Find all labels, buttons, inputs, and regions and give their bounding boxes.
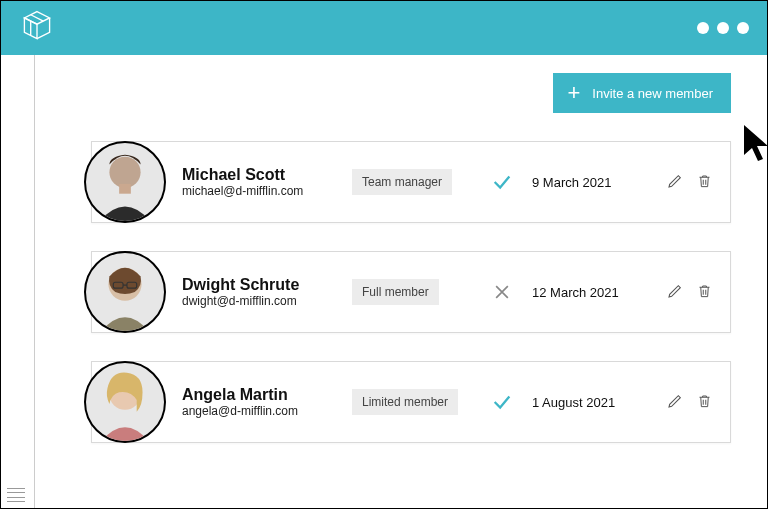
trash-icon: [697, 173, 712, 189]
status-check-icon: [472, 171, 532, 193]
edit-button[interactable]: [665, 171, 685, 194]
member-row: Angela Martin angela@d-mifflin.com Limit…: [91, 361, 731, 443]
window-controls[interactable]: [697, 22, 749, 34]
sidebar: [1, 55, 35, 508]
member-date: 9 March 2021: [532, 175, 642, 190]
invite-member-button[interactable]: + Invite a new member: [553, 73, 731, 113]
member-list: Michael Scott michael@d-mifflin.com Team…: [91, 141, 731, 443]
delete-button[interactable]: [695, 171, 714, 194]
menu-icon[interactable]: [7, 488, 25, 502]
plus-icon: +: [567, 82, 580, 104]
window-dot-icon[interactable]: [717, 22, 729, 34]
role-badge: Full member: [352, 279, 439, 305]
member-name: Michael Scott: [182, 166, 352, 184]
member-date: 12 March 2021: [532, 285, 642, 300]
edit-button[interactable]: [665, 281, 685, 304]
member-email: michael@d-mifflin.com: [182, 184, 352, 198]
role-badge: Team manager: [352, 169, 452, 195]
avatar: [84, 141, 166, 223]
cursor-icon: [741, 123, 768, 163]
pencil-icon: [667, 283, 683, 299]
edit-button[interactable]: [665, 391, 685, 414]
trash-icon: [697, 393, 712, 409]
svg-point-0: [109, 157, 140, 188]
app-window: + Invite a new member Michael Scott mich…: [0, 0, 768, 509]
delete-button[interactable]: [695, 391, 714, 414]
main-content: + Invite a new member Michael Scott mich…: [35, 55, 767, 508]
window-dot-icon[interactable]: [697, 22, 709, 34]
member-date: 1 August 2021: [532, 395, 642, 410]
trash-icon: [697, 283, 712, 299]
invite-label: Invite a new member: [592, 86, 713, 101]
titlebar: [1, 1, 767, 55]
window-dot-icon[interactable]: [737, 22, 749, 34]
invite-wrap: + Invite a new member: [91, 73, 731, 113]
member-row: Michael Scott michael@d-mifflin.com Team…: [91, 141, 731, 223]
svg-rect-1: [119, 184, 131, 194]
status-cross-icon: [472, 282, 532, 302]
pencil-icon: [667, 393, 683, 409]
avatar: [84, 361, 166, 443]
member-email: dwight@d-mifflin.com: [182, 294, 352, 308]
member-row: Dwight Schrute dwight@d-mifflin.com Full…: [91, 251, 731, 333]
delete-button[interactable]: [695, 281, 714, 304]
cube-logo-icon: [19, 8, 55, 48]
pencil-icon: [667, 173, 683, 189]
member-email: angela@d-mifflin.com: [182, 404, 352, 418]
member-name: Angela Martin: [182, 386, 352, 404]
avatar: [84, 251, 166, 333]
member-name: Dwight Schrute: [182, 276, 352, 294]
status-check-icon: [472, 391, 532, 413]
role-badge: Limited member: [352, 389, 458, 415]
